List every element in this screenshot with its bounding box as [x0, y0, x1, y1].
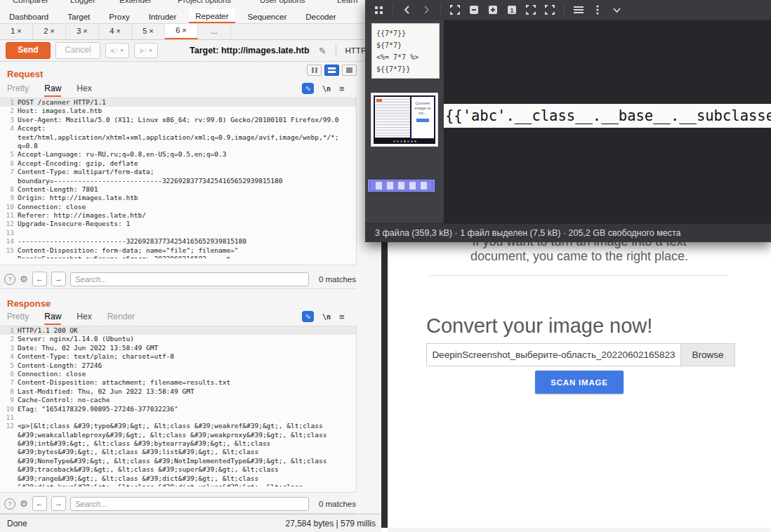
editor-menu-icon[interactable]: ≡: [339, 84, 345, 94]
burp-top-tab[interactable]: User options: [260, 0, 337, 7]
response-title: Response: [7, 298, 51, 309]
next-image-icon[interactable]: [420, 4, 433, 16]
separator: [393, 4, 393, 15]
zoom-out-icon[interactable]: [468, 4, 480, 16]
editor-menu-icon[interactable]: ≡: [339, 312, 345, 322]
response-line: 4 Content-Type: text/plain; charset=utf-…: [0, 352, 356, 361]
fullscreen-icon[interactable]: [543, 4, 556, 16]
ssti-payload-thumbnail[interactable]: {{7*7}} ${7*7} <%= 7*7 %> ${{7*7}}: [371, 23, 440, 79]
svg-text:1: 1: [510, 7, 513, 14]
prev-match-button[interactable]: ←: [32, 496, 47, 511]
request-search-bar: ? ⚙ ← → 0 matches: [0, 270, 356, 289]
line-number: 9: [0, 194, 18, 202]
columns-layout-button[interactable]: [307, 65, 322, 76]
help-icon[interactable]: ?: [4, 274, 15, 285]
send-button[interactable]: Send: [6, 42, 51, 59]
tab-hex[interactable]: Hex: [77, 312, 91, 325]
kebab-menu-icon[interactable]: [591, 4, 604, 16]
screenshot-thumbnail[interactable]: Convert image to txt...: [371, 93, 438, 147]
response-search-input[interactable]: [70, 497, 309, 511]
line-number: 2: [0, 335, 18, 343]
chevron-down-icon[interactable]: ▼: [117, 48, 124, 53]
tab-pretty[interactable]: Pretty: [7, 312, 29, 325]
line-text: Cache-Control: no-cache: [18, 396, 110, 404]
screen: If you want to turn an image into a text…: [0, 0, 771, 532]
actual-size-icon[interactable]: 1: [506, 4, 518, 16]
burp-main-tab[interactable]: Intruder: [149, 10, 177, 23]
request-line: 14 ---------------------------3226928377…: [0, 237, 356, 246]
show-newlines-icon[interactable]: \n: [322, 313, 331, 321]
repeater-tab[interactable]: ...: [198, 24, 231, 39]
tab-render[interactable]: Render: [107, 312, 135, 325]
line-text: Upgrade-Insecure-Requests: 1: [18, 220, 130, 228]
history-back-button[interactable]: <▼: [105, 43, 129, 58]
line-number: 10: [0, 405, 18, 413]
response-line: 9 Cache-Control: no-cache: [0, 396, 356, 404]
edit-target-icon[interactable]: ✎: [319, 46, 327, 56]
line-text: &#39;traceback&#39;&gt;, &lt;class &#39;…: [18, 465, 279, 474]
list-view-icon[interactable]: [572, 4, 585, 16]
browse-button[interactable]: Browse: [680, 344, 734, 366]
request-search-input[interactable]: [70, 272, 309, 286]
pretty-print-icon[interactable]: ∿: [302, 83, 314, 94]
burp-main-tab[interactable]: Dashboard: [9, 10, 48, 23]
repeater-tab[interactable]: 6 ×: [165, 24, 198, 39]
burp-top-tab[interactable]: Logger: [70, 0, 119, 7]
fit-window-icon[interactable]: [449, 4, 461, 16]
line-text: POST /scanner HTTP/1.1: [18, 98, 106, 107]
request-editor[interactable]: 1 POST /scanner HTTP/1.1 2 Host: images.…: [0, 98, 357, 265]
burp-top-tab[interactable]: Extender: [119, 0, 178, 7]
help-icon[interactable]: ?: [4, 498, 15, 510]
repeater-tab[interactable]: 3 ×: [66, 24, 99, 39]
target-display: Target: http://images.late.htb: [190, 46, 310, 55]
burp-top-tab[interactable]: Comparer: [13, 0, 70, 7]
repeater-tab[interactable]: 1 ×: [0, 24, 33, 39]
chevron-down-icon[interactable]: ▼: [145, 48, 152, 53]
burp-main-tab[interactable]: Target: [67, 10, 90, 23]
repeater-tab[interactable]: 4 ×: [99, 24, 132, 39]
next-match-button[interactable]: →: [51, 496, 66, 511]
repeater-tab[interactable]: 5 ×: [132, 24, 165, 39]
burp-top-tab[interactable]: Project options: [178, 0, 260, 7]
gear-icon[interactable]: ⚙: [20, 274, 28, 284]
line-text: Content-Type: multipart/form-data;: [18, 168, 154, 176]
burp-main-tab[interactable]: Proxy: [109, 10, 129, 23]
burp-main-tab[interactable]: Repeater: [189, 9, 235, 23]
chevron-down-icon[interactable]: [610, 4, 623, 16]
request-line: 7 Content-Type: multipart/form-data;: [0, 168, 356, 176]
tab-raw[interactable]: Raw: [44, 84, 61, 97]
response-line: &#39;bytes&#39;&gt;, &lt;class &#39;list…: [0, 448, 356, 456]
gear-icon[interactable]: ⚙: [20, 498, 28, 509]
scan-image-button[interactable]: SCAN IMAGE: [535, 371, 624, 394]
tab-hex[interactable]: Hex: [77, 84, 91, 97]
line-number: 7: [0, 168, 18, 176]
image-preview: {{'abc'.__class__.__base__.__subclasses_…: [444, 104, 771, 128]
response-editor[interactable]: 1 HTTP/1.1 200 OK 2 Server: nginx/1.14.0…: [0, 326, 357, 493]
tab-pretty[interactable]: Pretty: [7, 84, 29, 97]
prev-match-button[interactable]: ←: [32, 272, 47, 286]
rows-layout-button[interactable]: [324, 65, 339, 76]
line-text: &#39;int&#39;&gt;, &lt;class &#39;bytear…: [18, 439, 270, 448]
response-line: 3 Date: Thu, 02 Jun 2022 13:58:49 GMT: [0, 344, 356, 352]
tab-raw[interactable]: Raw: [44, 312, 61, 325]
selected-image-thumbnail[interactable]: [368, 180, 435, 192]
burp-main-tab[interactable]: Sequencer: [248, 10, 287, 23]
response-editor-tabs: Pretty Raw Hex Render: [7, 312, 135, 325]
expand-icon[interactable]: [525, 4, 537, 16]
cancel-button[interactable]: Cancel: [55, 42, 100, 59]
single-layout-button[interactable]: [342, 65, 357, 76]
next-match-button[interactable]: →: [51, 272, 66, 286]
mini-burp-panel: [375, 97, 410, 138]
zoom-in-icon[interactable]: [487, 4, 499, 16]
history-forward-button[interactable]: >▼: [134, 43, 158, 58]
line-number: 12: [0, 220, 18, 228]
prev-image-icon[interactable]: [401, 4, 414, 16]
separator: [440, 4, 441, 15]
show-newlines-icon[interactable]: \n: [322, 85, 331, 93]
separator: [564, 4, 565, 15]
repeater-tab[interactable]: 2 ×: [33, 24, 66, 39]
burp-main-tab[interactable]: Decoder: [305, 10, 336, 23]
pretty-print-icon[interactable]: ∿: [302, 311, 314, 322]
file-upload-field[interactable]: DeepinScreenshot_выберите-область_202206…: [426, 343, 735, 366]
grid-view-icon[interactable]: [372, 4, 385, 16]
